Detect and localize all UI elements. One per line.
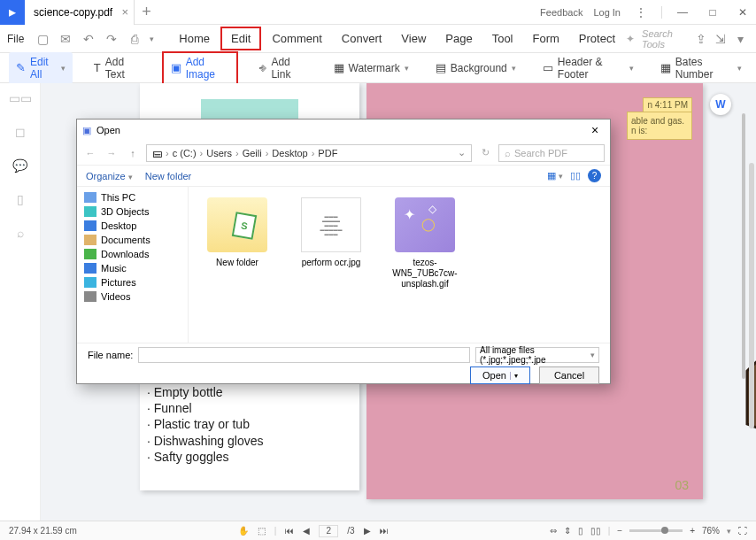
- word-bubble-icon[interactable]: W: [710, 94, 731, 115]
- bates-icon: ▦: [660, 61, 671, 74]
- sidebar-music[interactable]: Music: [77, 261, 188, 275]
- organize-menu[interactable]: Organize ▾: [86, 171, 133, 181]
- print-icon[interactable]: ⎙: [127, 31, 143, 47]
- tab-convert[interactable]: Convert: [333, 28, 391, 49]
- tab-protect[interactable]: Protect: [570, 28, 624, 49]
- tab-home[interactable]: Home: [170, 28, 219, 49]
- select-tool-icon[interactable]: ⬚: [258, 526, 266, 536]
- breadcrumb[interactable]: 🖴 › c (C:) › Users › Geili › Desktop › P…: [146, 144, 472, 162]
- thumbnails-icon[interactable]: ▭▭: [12, 90, 28, 106]
- tab-form[interactable]: Form: [524, 28, 568, 49]
- add-image-button[interactable]: ▣ Add Image: [162, 51, 239, 85]
- list-item: Funnel: [147, 400, 351, 416]
- file-folder[interactable]: New folder: [197, 197, 277, 268]
- tab-page[interactable]: Page: [436, 28, 481, 49]
- redo-icon[interactable]: ↷: [104, 31, 120, 47]
- sidebar-downloads[interactable]: Downloads: [77, 247, 188, 261]
- sidebar-pictures[interactable]: Pictures: [77, 275, 188, 289]
- tab-view[interactable]: View: [392, 28, 435, 49]
- close-button[interactable]: ✕: [733, 3, 752, 22]
- comment-icon[interactable]: 💬: [12, 158, 28, 174]
- attachment-icon[interactable]: ▯: [12, 191, 28, 207]
- tab-title: science-copy.pdf: [34, 6, 112, 19]
- filetype-dropdown[interactable]: All image files (*.jpg;*.jpeg;*.jpe▾: [475, 347, 599, 363]
- filename-input[interactable]: [138, 347, 470, 363]
- edit-all-button[interactable]: ✎ Edit All ▾: [9, 52, 73, 84]
- dialog-search-input[interactable]: ⌕ Search PDF: [498, 144, 605, 162]
- new-tab-button[interactable]: +: [135, 3, 158, 21]
- maximize-button[interactable]: □: [703, 3, 722, 22]
- tab-close-icon[interactable]: ×: [122, 5, 129, 19]
- save-icon[interactable]: ▢: [35, 31, 50, 47]
- document-scrollbar[interactable]: [742, 113, 745, 379]
- minimize-button[interactable]: —: [673, 3, 692, 22]
- zoom-in-icon[interactable]: +: [690, 526, 695, 536]
- share-icon[interactable]: ⇪: [694, 31, 707, 47]
- new-folder-button[interactable]: New folder: [145, 171, 192, 181]
- sidebar-desktop[interactable]: Desktop: [77, 219, 188, 233]
- fit-width-icon[interactable]: ⇔: [550, 526, 557, 536]
- bookmark-icon[interactable]: ◻: [12, 124, 28, 140]
- fit-page-icon[interactable]: ⇕: [564, 526, 571, 536]
- undo-icon[interactable]: ↶: [81, 31, 96, 47]
- tab-comment[interactable]: Comment: [263, 28, 330, 49]
- file-pane[interactable]: New folder ▬▬▬▬▬▬▬▬▬▬▬▬▬▬▬▬▬▬ perform oc…: [189, 187, 610, 343]
- search-icon[interactable]: ⌕: [12, 225, 28, 241]
- header-footer-button[interactable]: ▭ Header & Footer ▾: [537, 52, 639, 84]
- mail-icon[interactable]: ✉: [58, 31, 73, 47]
- add-link-button[interactable]: ⎆ Add Link: [254, 52, 312, 84]
- zoom-dropdown[interactable]: ▾: [727, 527, 731, 536]
- sidebar-videos[interactable]: Videos: [77, 289, 188, 304]
- tab-tool[interactable]: Tool: [483, 28, 522, 49]
- watermark-button[interactable]: ▦ Watermark ▾: [328, 58, 414, 78]
- file-gif[interactable]: ✦ ◯ ◇ tezos-WN5_7UBc7cw-unsplash.gif: [385, 197, 465, 289]
- sidebar-documents[interactable]: Documents: [77, 233, 188, 247]
- wand-icon[interactable]: ✦: [626, 33, 635, 45]
- single-page-icon[interactable]: ▯: [578, 526, 583, 536]
- feedback-link[interactable]: Feedback: [540, 7, 582, 18]
- hand-tool-icon[interactable]: ✋: [238, 526, 249, 536]
- document-viewport[interactable]: n 4:11 PM able and gas. n is: 03 4400°c …: [41, 83, 756, 521]
- search-icon: ⌕: [505, 148, 511, 158]
- dropdown-icon[interactable]: ▾: [734, 31, 747, 47]
- back-button[interactable]: ←: [82, 148, 98, 158]
- cancel-button[interactable]: Cancel: [539, 366, 599, 384]
- menu-dots-icon[interactable]: ⋮: [631, 3, 651, 22]
- help-icon[interactable]: ?: [588, 169, 601, 182]
- page-dimensions: 27.94 x 21.59 cm: [9, 526, 77, 536]
- search-tools-input[interactable]: Search Tools: [642, 28, 687, 50]
- chevron-down-icon[interactable]: ▾: [150, 35, 154, 43]
- add-text-button[interactable]: T Add Text: [89, 52, 146, 84]
- dialog-close-button[interactable]: ×: [585, 123, 605, 137]
- tab-edit[interactable]: Edit: [220, 27, 261, 50]
- forward-button[interactable]: →: [104, 148, 120, 158]
- zoom-level[interactable]: 76%: [702, 526, 720, 536]
- sidebar-this-pc[interactable]: This PC: [77, 190, 188, 204]
- fullscreen-icon[interactable]: ⛶: [738, 526, 747, 536]
- zoom-slider[interactable]: [629, 529, 683, 532]
- background-button[interactable]: ▤ Background ▾: [430, 58, 521, 78]
- view-icon[interactable]: ▦ ▾: [547, 170, 563, 181]
- cloud-icon[interactable]: ⇲: [714, 31, 728, 47]
- first-page-icon[interactable]: ⏮: [285, 526, 294, 536]
- up-button[interactable]: ↑: [125, 148, 141, 158]
- prev-page-icon[interactable]: ◀: [303, 526, 310, 536]
- zoom-out-icon[interactable]: −: [617, 526, 622, 536]
- bates-number-button[interactable]: ▦ Bates Number ▾: [655, 52, 747, 84]
- next-page-icon[interactable]: ▶: [364, 526, 371, 536]
- last-page-icon[interactable]: ⏭: [380, 526, 389, 536]
- page-input[interactable]: 2: [319, 525, 338, 537]
- document-tab[interactable]: science-copy.pdf ×: [25, 0, 135, 25]
- two-page-icon[interactable]: ▯▯: [590, 526, 601, 536]
- sticky-note[interactable]: able and gas. n is:: [627, 112, 692, 140]
- file-menu[interactable]: File: [4, 33, 27, 45]
- open-button[interactable]: Open ▾: [470, 366, 530, 384]
- login-link[interactable]: Log In: [593, 7, 621, 18]
- refresh-button[interactable]: ↻: [477, 147, 493, 158]
- chevron-down-icon[interactable]: ⌄: [458, 147, 466, 158]
- sidebar-3d-objects[interactable]: 3D Objects: [77, 204, 188, 219]
- dialog-footer: File name: All image files (*.jpg;*.jpeg…: [77, 343, 610, 385]
- preview-icon[interactable]: ▯▯: [570, 170, 581, 181]
- main-scrollbar[interactable]: [749, 163, 754, 428]
- file-image-jpg[interactable]: ▬▬▬▬▬▬▬▬▬▬▬▬▬▬▬▬▬▬ perform ocr.jpg: [291, 197, 371, 268]
